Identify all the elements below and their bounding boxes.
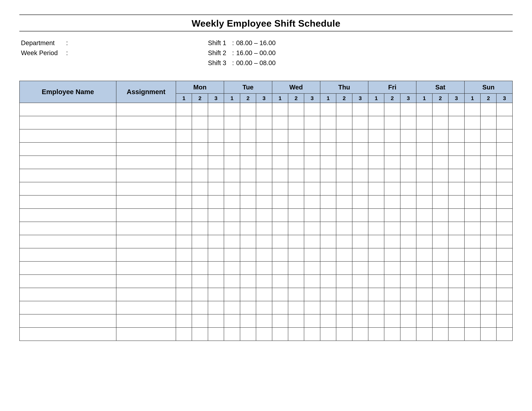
cell-shift[interactable]: [304, 182, 320, 195]
cell-shift[interactable]: [176, 288, 192, 301]
cell-shift[interactable]: [272, 288, 288, 301]
cell-shift[interactable]: [208, 156, 224, 169]
cell-shift[interactable]: [352, 314, 368, 327]
cell-shift[interactable]: [368, 116, 384, 129]
cell-shift[interactable]: [320, 129, 336, 142]
cell-shift[interactable]: [192, 275, 208, 288]
cell-assignment[interactable]: [116, 103, 176, 116]
cell-shift[interactable]: [320, 262, 336, 275]
cell-shift[interactable]: [368, 142, 384, 156]
cell-shift[interactable]: [256, 129, 272, 142]
cell-assignment[interactable]: [116, 314, 176, 327]
cell-shift[interactable]: [320, 288, 336, 301]
cell-shift[interactable]: [336, 103, 352, 116]
cell-employee[interactable]: [19, 301, 116, 314]
cell-shift[interactable]: [465, 103, 480, 116]
cell-employee[interactable]: [19, 275, 116, 288]
cell-shift[interactable]: [208, 142, 224, 156]
cell-shift[interactable]: [256, 327, 272, 341]
cell-shift[interactable]: [384, 248, 400, 262]
cell-shift[interactable]: [448, 129, 464, 142]
cell-shift[interactable]: [288, 156, 304, 169]
cell-shift[interactable]: [416, 288, 432, 301]
cell-shift[interactable]: [304, 142, 320, 156]
cell-assignment[interactable]: [116, 156, 176, 169]
cell-shift[interactable]: [432, 275, 448, 288]
cell-shift[interactable]: [224, 103, 240, 116]
cell-shift[interactable]: [240, 275, 256, 288]
cell-shift[interactable]: [320, 103, 336, 116]
cell-shift[interactable]: [496, 169, 513, 182]
cell-shift[interactable]: [176, 314, 192, 327]
cell-shift[interactable]: [224, 195, 240, 209]
cell-shift[interactable]: [480, 248, 496, 262]
cell-shift[interactable]: [384, 142, 400, 156]
cell-shift[interactable]: [448, 327, 464, 341]
cell-shift[interactable]: [496, 182, 513, 195]
cell-shift[interactable]: [176, 195, 192, 209]
cell-shift[interactable]: [224, 314, 240, 327]
cell-employee[interactable]: [19, 103, 116, 116]
cell-shift[interactable]: [272, 142, 288, 156]
cell-shift[interactable]: [336, 262, 352, 275]
cell-shift[interactable]: [352, 156, 368, 169]
cell-shift[interactable]: [224, 235, 240, 248]
cell-shift[interactable]: [448, 301, 464, 314]
cell-assignment[interactable]: [116, 327, 176, 341]
cell-shift[interactable]: [304, 235, 320, 248]
cell-shift[interactable]: [384, 235, 400, 248]
cell-shift[interactable]: [224, 156, 240, 169]
cell-shift[interactable]: [400, 142, 416, 156]
cell-shift[interactable]: [240, 288, 256, 301]
cell-employee[interactable]: [19, 129, 116, 142]
cell-shift[interactable]: [368, 129, 384, 142]
cell-shift[interactable]: [192, 195, 208, 209]
cell-shift[interactable]: [432, 156, 448, 169]
cell-shift[interactable]: [368, 169, 384, 182]
cell-shift[interactable]: [465, 262, 480, 275]
cell-shift[interactable]: [176, 327, 192, 341]
cell-shift[interactable]: [432, 116, 448, 129]
cell-shift[interactable]: [176, 156, 192, 169]
cell-shift[interactable]: [496, 327, 513, 341]
cell-shift[interactable]: [400, 222, 416, 235]
cell-shift[interactable]: [208, 182, 224, 195]
cell-employee[interactable]: [19, 288, 116, 301]
cell-shift[interactable]: [352, 195, 368, 209]
cell-shift[interactable]: [240, 116, 256, 129]
cell-shift[interactable]: [272, 314, 288, 327]
cell-shift[interactable]: [176, 116, 192, 129]
cell-shift[interactable]: [496, 222, 513, 235]
cell-shift[interactable]: [336, 222, 352, 235]
cell-shift[interactable]: [256, 235, 272, 248]
cell-shift[interactable]: [288, 222, 304, 235]
cell-shift[interactable]: [400, 314, 416, 327]
cell-shift[interactable]: [320, 156, 336, 169]
cell-shift[interactable]: [320, 314, 336, 327]
cell-shift[interactable]: [352, 222, 368, 235]
cell-assignment[interactable]: [116, 195, 176, 209]
cell-shift[interactable]: [192, 288, 208, 301]
cell-shift[interactable]: [448, 209, 464, 222]
cell-shift[interactable]: [272, 327, 288, 341]
cell-shift[interactable]: [416, 103, 432, 116]
cell-shift[interactable]: [416, 314, 432, 327]
cell-shift[interactable]: [192, 262, 208, 275]
cell-employee[interactable]: [19, 209, 116, 222]
cell-shift[interactable]: [288, 275, 304, 288]
cell-shift[interactable]: [192, 209, 208, 222]
cell-shift[interactable]: [368, 275, 384, 288]
cell-shift[interactable]: [304, 116, 320, 129]
cell-assignment[interactable]: [116, 182, 176, 195]
cell-shift[interactable]: [224, 129, 240, 142]
cell-shift[interactable]: [256, 103, 272, 116]
cell-shift[interactable]: [192, 182, 208, 195]
cell-shift[interactable]: [480, 222, 496, 235]
cell-shift[interactable]: [336, 327, 352, 341]
cell-shift[interactable]: [416, 116, 432, 129]
cell-shift[interactable]: [192, 314, 208, 327]
cell-shift[interactable]: [208, 314, 224, 327]
cell-shift[interactable]: [416, 156, 432, 169]
cell-shift[interactable]: [384, 103, 400, 116]
cell-shift[interactable]: [336, 129, 352, 142]
